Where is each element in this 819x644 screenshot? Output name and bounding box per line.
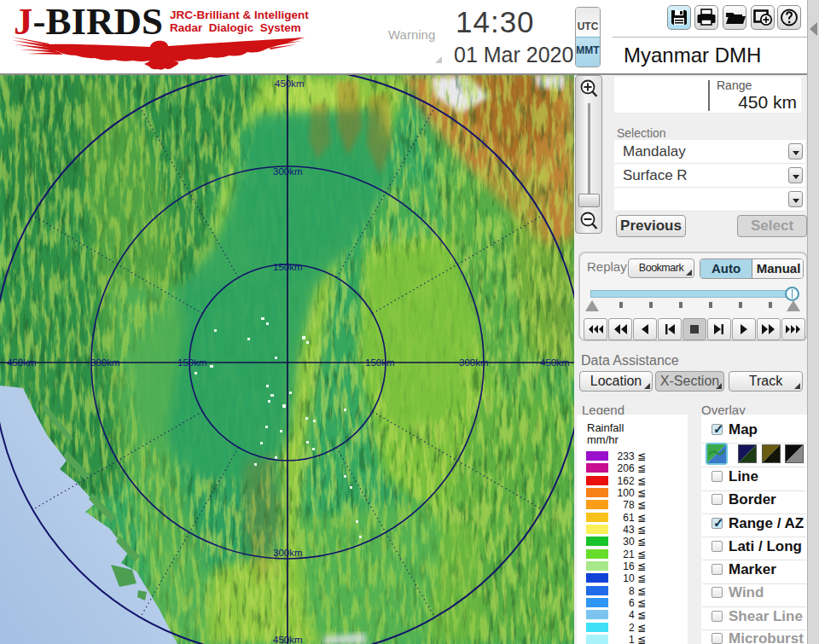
svg-text:300km: 300km	[459, 357, 489, 368]
svg-text:300km: 300km	[90, 357, 120, 368]
svg-text:300km: 300km	[273, 166, 303, 177]
svg-text:450km: 450km	[540, 357, 570, 368]
svg-text:450km: 450km	[273, 635, 303, 644]
svg-text:Radar Dialogic System: Radar Dialogic System	[170, 21, 301, 34]
svg-text:300km: 300km	[273, 548, 303, 558]
svg-text:150km: 150km	[365, 357, 395, 368]
svg-text:J-BIRDS: J-BIRDS	[14, 0, 163, 43]
svg-text:150km: 150km	[177, 357, 207, 368]
svg-text:450km: 450km	[275, 78, 305, 89]
svg-text:150km: 150km	[273, 262, 303, 272]
svg-text:450km: 450km	[7, 357, 37, 368]
svg-text:JRC-Brilliant & Intelligent: JRC-Brilliant & Intelligent	[170, 9, 309, 21]
